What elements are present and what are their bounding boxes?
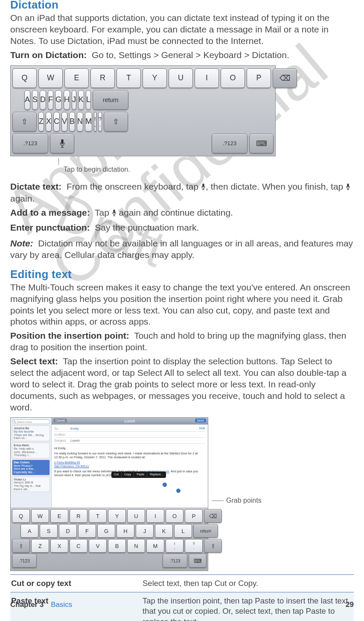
backspace-key[interactable]: ⌫ bbox=[204, 509, 222, 523]
return-key[interactable]: return bbox=[193, 524, 218, 538]
key-m[interactable]: M bbox=[146, 539, 164, 553]
key-u[interactable]: U bbox=[127, 509, 145, 523]
keyboard-icon: ⌨ bbox=[256, 139, 267, 148]
dismiss-keyboard-key[interactable]: ⌨ bbox=[189, 554, 207, 568]
shift-key-right[interactable]: ⇧ bbox=[104, 112, 128, 132]
subject-field[interactable]: Subject:Lunch bbox=[54, 438, 205, 444]
key-n[interactable]: N bbox=[77, 112, 83, 132]
key-q[interactable]: Q bbox=[12, 68, 37, 88]
key-o[interactable]: O bbox=[221, 68, 245, 88]
key-y[interactable]: Y bbox=[108, 509, 126, 523]
key-v[interactable]: V bbox=[89, 539, 107, 553]
key-g[interactable]: G bbox=[55, 90, 62, 110]
return-key[interactable]: return bbox=[93, 90, 128, 110]
key-l[interactable]: L bbox=[86, 90, 91, 110]
numbers-key-left[interactable]: .?123 bbox=[12, 134, 48, 153]
dictation-intro: On an iPad that supports dictation, you … bbox=[10, 12, 354, 47]
shift-key-left[interactable]: ⇧ bbox=[12, 112, 37, 132]
cc-field[interactable]: Cc/Bcc: bbox=[54, 432, 205, 438]
key-s[interactable]: S bbox=[40, 524, 58, 538]
search-input[interactable]: 🔍 Search Inbox bbox=[12, 419, 50, 424]
key-y[interactable]: Y bbox=[143, 68, 167, 88]
hide-button[interactable]: Hide bbox=[199, 427, 205, 431]
dictate-text-label: Dictate text: bbox=[10, 182, 61, 191]
key-z[interactable]: Z bbox=[31, 539, 49, 553]
key-f[interactable]: F bbox=[78, 524, 96, 538]
key-g[interactable]: G bbox=[97, 524, 115, 538]
to-field[interactable]: To:EmilyHide bbox=[54, 426, 205, 432]
list-item[interactable]: Jessica BaMy five favoriteThese are the.… bbox=[12, 425, 50, 441]
list-item[interactable]: Dan CohenMore Photos fHere are a few... … bbox=[12, 460, 50, 475]
key-b[interactable]: B bbox=[108, 539, 126, 553]
key-e[interactable]: E bbox=[64, 68, 89, 88]
key-z[interactable]: Z bbox=[38, 112, 44, 132]
key-question-period[interactable]: ?. bbox=[98, 112, 102, 132]
key-p[interactable]: P bbox=[185, 509, 203, 523]
menu-copy[interactable]: Copy bbox=[122, 472, 134, 477]
key-x[interactable]: X bbox=[50, 539, 68, 553]
key-t[interactable]: T bbox=[116, 68, 141, 88]
key-h[interactable]: H bbox=[64, 90, 70, 110]
key-q[interactable]: Q bbox=[12, 509, 30, 523]
key-u[interactable]: U bbox=[169, 68, 193, 88]
key-p[interactable]: P bbox=[247, 68, 271, 88]
list-item[interactable]: Erica HaimRe: Help with sJohn, Wednesd..… bbox=[12, 442, 50, 458]
key-i[interactable]: I bbox=[146, 509, 164, 523]
sender: Vivian Li bbox=[14, 478, 26, 481]
key-a[interactable]: A bbox=[20, 524, 38, 538]
numbers-key-right[interactable]: .?123 bbox=[212, 134, 248, 153]
keyboard-row-4: .?123 .?123 ⌨ bbox=[12, 134, 274, 153]
add-message-para: Add to a message: Tap again and continue… bbox=[10, 207, 354, 220]
key-v[interactable]: V bbox=[61, 112, 67, 132]
key-question-period[interactable]: ?. bbox=[185, 539, 203, 553]
key-r[interactable]: R bbox=[70, 509, 87, 523]
key-w[interactable]: W bbox=[38, 68, 63, 88]
key-d[interactable]: D bbox=[59, 524, 77, 538]
key-i[interactable]: I bbox=[195, 68, 219, 88]
key-l[interactable]: L bbox=[174, 524, 192, 538]
list-item[interactable]: Vivian LiHenry's 30th BThe big day is...… bbox=[12, 477, 50, 492]
key-a[interactable]: A bbox=[24, 90, 30, 110]
svg-rect-6 bbox=[347, 183, 349, 187]
key-f[interactable]: F bbox=[48, 90, 53, 110]
key-b[interactable]: B bbox=[69, 112, 75, 132]
key-exclaim-comma[interactable]: !, bbox=[94, 112, 96, 132]
key-j[interactable]: J bbox=[72, 90, 76, 110]
shift-key-left[interactable]: ⇧ bbox=[12, 539, 30, 553]
key-k[interactable]: K bbox=[78, 90, 84, 110]
numbers-key-left[interactable]: .?123 bbox=[12, 554, 37, 568]
key-exclaim-comma[interactable]: !, bbox=[166, 539, 183, 553]
send-button[interactable]: Send bbox=[195, 419, 206, 422]
key-c[interactable]: C bbox=[70, 539, 87, 553]
key-s[interactable]: S bbox=[32, 90, 38, 110]
menu-paste[interactable]: Paste bbox=[134, 472, 147, 477]
backspace-key[interactable]: ⌫ bbox=[273, 68, 297, 88]
key-j[interactable]: J bbox=[136, 524, 154, 538]
key-e[interactable]: E bbox=[50, 509, 68, 523]
key-o[interactable]: O bbox=[166, 509, 183, 523]
dictation-key[interactable] bbox=[50, 134, 74, 153]
grab-point-right[interactable] bbox=[176, 489, 181, 493]
numbers-key-right[interactable]: .?123 bbox=[163, 554, 187, 568]
dismiss-keyboard-key[interactable]: ⌨ bbox=[249, 134, 274, 153]
cancel-button[interactable]: Cancel bbox=[53, 419, 67, 422]
key-n[interactable]: N bbox=[127, 539, 145, 553]
menu-replace[interactable]: Replace... bbox=[147, 472, 166, 477]
key-w[interactable]: W bbox=[31, 509, 49, 523]
key-c[interactable]: C bbox=[53, 112, 60, 132]
key-x[interactable]: X bbox=[46, 112, 52, 132]
mail-body[interactable]: Hi Emily, I'm really looking forward to … bbox=[52, 445, 208, 477]
key-d[interactable]: D bbox=[40, 90, 46, 110]
link-address1[interactable]: 1 Ferry Building #3 bbox=[54, 460, 80, 464]
key-m[interactable]: M bbox=[85, 112, 92, 132]
key-h[interactable]: H bbox=[116, 524, 134, 538]
shift-key-right[interactable]: ⇧ bbox=[204, 539, 222, 553]
menu-cut[interactable]: Cut bbox=[111, 472, 122, 477]
key-r[interactable]: R bbox=[90, 68, 115, 88]
link-address2[interactable]: San Francisco, CA 94111 bbox=[54, 464, 89, 468]
add-text-b: again and continue dictating. bbox=[116, 208, 233, 217]
key-t[interactable]: T bbox=[89, 509, 107, 523]
key-k[interactable]: K bbox=[155, 524, 173, 538]
grab-point-left[interactable] bbox=[163, 483, 167, 487]
callout-line bbox=[212, 501, 224, 501]
